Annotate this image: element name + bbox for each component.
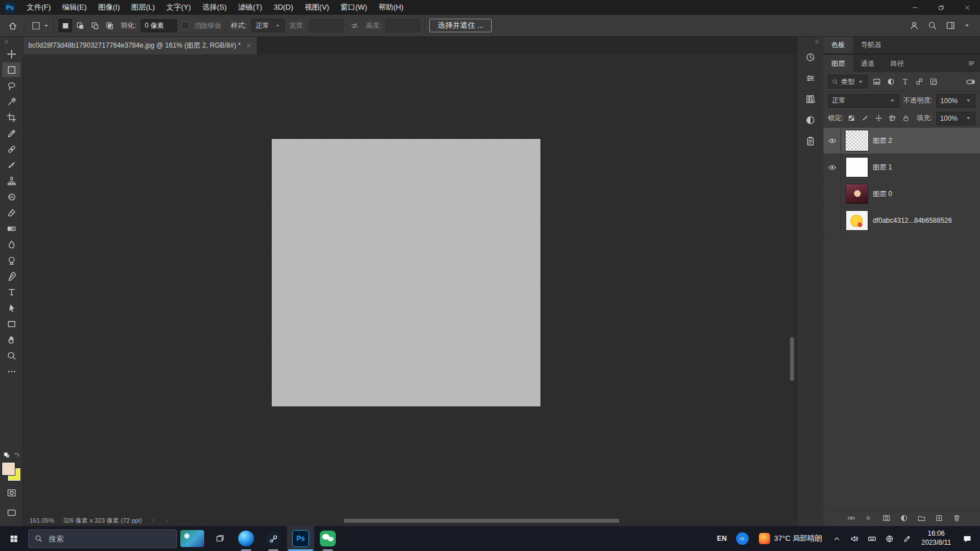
start-button[interactable] — [0, 526, 27, 551]
filter-smart-objects-icon[interactable] — [928, 76, 939, 87]
blend-mode-dropdown[interactable]: 正常 — [828, 94, 899, 108]
magic-wand-tool[interactable] — [2, 94, 20, 109]
layer-row[interactable]: 图层 1 — [823, 154, 980, 181]
chevron-down-icon[interactable] — [964, 23, 970, 28]
touch-keyboard-icon[interactable] — [863, 526, 881, 551]
fill-dropdown[interactable]: 100% — [936, 112, 975, 125]
widgets-button[interactable] — [177, 526, 208, 551]
notes-panel-icon[interactable] — [800, 132, 821, 151]
wechat-app[interactable] — [314, 526, 341, 551]
screen-mode-button[interactable] — [2, 505, 20, 520]
taskbar-search[interactable] — [28, 529, 177, 548]
search-input[interactable] — [48, 534, 171, 544]
swatches-group-tab-0[interactable]: 色板 — [823, 36, 853, 53]
filter-type-dropdown[interactable]: 类型 — [828, 75, 868, 88]
swatches-group-tab-1[interactable]: 导航器 — [853, 36, 889, 53]
lock-transparent-pixels-icon[interactable] — [846, 113, 857, 124]
visibility-toggle[interactable] — [823, 128, 841, 154]
status-expand-icon[interactable] — [151, 518, 156, 523]
menu-item-6[interactable]: 滤镜(T) — [233, 0, 268, 15]
filter-adjustment-layers-icon[interactable] — [885, 76, 897, 87]
crop-tool[interactable] — [2, 110, 20, 125]
new-adjustment-layer-icon[interactable] — [899, 513, 909, 523]
layer-row[interactable]: df0abc4312...84b6588526 — [823, 207, 980, 234]
brush-tool[interactable] — [2, 158, 20, 172]
lock-artboard-icon[interactable] — [887, 113, 898, 124]
width-input[interactable] — [309, 19, 343, 32]
lock-position-icon[interactable] — [873, 113, 884, 124]
new-selection-button[interactable] — [58, 19, 72, 32]
default-colors-icon[interactable] — [3, 452, 10, 459]
path-selection-tool[interactable] — [2, 300, 20, 315]
layer-row[interactable]: 图层 0 — [823, 181, 980, 207]
document-tab[interactable]: bc0d28f73d48b179032717764e3784e.jpg @ 16… — [23, 36, 257, 54]
weather-widget[interactable]: 37°C 局部晴朗 — [753, 526, 828, 551]
link-layers-icon[interactable] — [846, 513, 856, 523]
menu-item-3[interactable]: 图层(L) — [125, 0, 160, 15]
layers-group-tab-2[interactable]: 路径 — [882, 55, 912, 72]
menu-item-5[interactable]: 选择(S) — [196, 0, 232, 15]
menu-item-1[interactable]: 编辑(E) — [57, 0, 92, 15]
healing-brush-tool[interactable] — [2, 142, 20, 156]
adjustments-panel-icon[interactable] — [800, 111, 821, 130]
menu-item-2[interactable]: 图像(I) — [92, 0, 125, 15]
blur-tool[interactable] — [2, 237, 20, 252]
vertical-scrollbar[interactable] — [790, 337, 794, 381]
volume-icon[interactable] — [846, 526, 863, 551]
type-tool[interactable] — [2, 285, 20, 299]
edit-toolbar[interactable] — [2, 364, 20, 379]
visibility-toggle[interactable] — [823, 181, 841, 207]
lock-image-pixels-icon[interactable] — [860, 113, 871, 124]
taskbar-clock[interactable]: 16:06 2023/8/11 — [916, 526, 957, 551]
visibility-toggle[interactable] — [823, 154, 841, 180]
history-brush-tool[interactable] — [2, 189, 20, 204]
menu-item-4[interactable]: 文字(Y) — [160, 0, 196, 15]
layers-group-tab-1[interactable]: 通道 — [853, 55, 882, 72]
new-group-icon[interactable] — [916, 513, 927, 523]
panel-menu-icon[interactable] — [968, 55, 980, 72]
quick-mask-button[interactable] — [2, 485, 20, 500]
toolbar-expand-icon[interactable] — [0, 37, 10, 46]
filter-shape-layers-icon[interactable] — [914, 76, 925, 87]
zoom-tool[interactable] — [2, 348, 20, 363]
notification-center-button[interactable] — [957, 526, 980, 551]
status-collapse-icon[interactable] — [165, 518, 170, 523]
workspace-icon[interactable] — [946, 21, 955, 30]
hand-tool[interactable] — [2, 332, 20, 347]
menu-item-8[interactable]: 视图(V) — [299, 0, 335, 15]
tab-close-icon[interactable] — [246, 43, 251, 48]
menu-item-0[interactable]: 文件(F) — [21, 0, 57, 15]
foreground-color-swatch[interactable] — [2, 463, 15, 475]
feather-input[interactable]: 0 像素 — [141, 19, 177, 32]
subtract-from-selection-button[interactable] — [88, 19, 102, 32]
pen-tool[interactable] — [2, 269, 20, 283]
properties-panel-icon[interactable] — [800, 69, 821, 88]
filter-pixel-layers-icon[interactable] — [871, 76, 882, 87]
minimize-button[interactable] — [902, 0, 928, 15]
canvas-area[interactable]: 161.05% 326 像素 x 323 像素 (72 ppi) — [23, 54, 797, 526]
history-panel-icon[interactable] — [800, 48, 821, 67]
task-view-button[interactable] — [208, 526, 233, 551]
close-button[interactable] — [954, 0, 980, 15]
layer-row[interactable]: 图层 2 — [823, 128, 980, 154]
dock-expand-icon[interactable] — [813, 36, 823, 46]
move-tool[interactable] — [2, 46, 20, 61]
zoom-level[interactable]: 161.05% — [29, 517, 54, 524]
steam-app[interactable] — [260, 526, 287, 551]
gradient-tool[interactable] — [2, 221, 20, 236]
clone-stamp-tool[interactable] — [2, 173, 20, 188]
filter-type-layers-icon[interactable] — [899, 76, 911, 87]
hidden-icons-icon[interactable] — [828, 526, 846, 551]
layers-group-tab-0[interactable]: 图层 — [823, 55, 853, 72]
windows-ink-icon[interactable] — [898, 526, 916, 551]
rectangular-marquee-tool[interactable] — [2, 62, 20, 77]
filter-toggle[interactable] — [966, 77, 975, 87]
lock-all-icon[interactable] — [901, 113, 911, 124]
delete-layer-icon[interactable] — [952, 513, 962, 523]
search-icon[interactable] — [928, 21, 937, 30]
canvas-document[interactable] — [272, 139, 540, 406]
eraser-tool[interactable] — [2, 205, 20, 220]
new-layer-icon[interactable] — [934, 513, 944, 523]
voice-assistant-tray[interactable] — [732, 526, 753, 551]
current-tool-button[interactable] — [29, 19, 49, 32]
